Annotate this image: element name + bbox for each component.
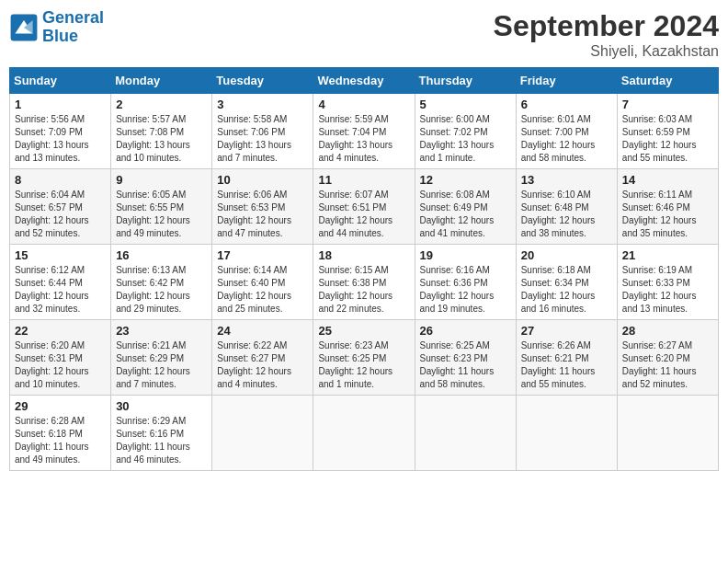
col-saturday: Saturday [617,68,718,94]
day-1: 1 Sunrise: 5:56 AMSunset: 7:09 PMDayligh… [10,94,111,169]
day-7: 7 Sunrise: 6:03 AMSunset: 6:59 PMDayligh… [617,94,718,169]
col-wednesday: Wednesday [313,68,415,94]
month-title: September 2024 [494,9,719,43]
empty-cell-2 [313,396,415,471]
location: Shiyeli, Kazakhstan [494,43,719,60]
day-14: 14 Sunrise: 6:11 AMSunset: 6:46 PMDaylig… [617,169,718,245]
day-22: 22 Sunrise: 6:20 AMSunset: 6:31 PMDaylig… [10,320,111,396]
day-2: 2 Sunrise: 5:57 AMSunset: 7:08 PMDayligh… [111,94,212,169]
day-13: 13 Sunrise: 6:10 AMSunset: 6:48 PMDaylig… [516,169,617,245]
day-3: 3 Sunrise: 5:58 AMSunset: 7:06 PMDayligh… [212,94,313,169]
day-21: 21 Sunrise: 6:19 AMSunset: 6:33 PMDaylig… [617,245,718,320]
day-12: 12 Sunrise: 6:08 AMSunset: 6:49 PMDaylig… [415,169,516,245]
day-26: 26 Sunrise: 6:25 AMSunset: 6:23 PMDaylig… [415,320,516,396]
logo-blue: Blue [42,27,78,45]
week-row-2: 8 Sunrise: 6:04 AMSunset: 6:57 PMDayligh… [10,169,719,245]
day-9: 9 Sunrise: 6:05 AMSunset: 6:55 PMDayligh… [111,169,212,245]
day-5: 5 Sunrise: 6:00 AMSunset: 7:02 PMDayligh… [415,94,516,169]
day-29: 29 Sunrise: 6:28 AMSunset: 6:18 PMDaylig… [10,396,111,471]
logo-icon [9,13,39,42]
day-6: 6 Sunrise: 6:01 AMSunset: 7:00 PMDayligh… [516,94,617,169]
calendar-header-row: Sunday Monday Tuesday Wednesday Thursday… [10,68,719,94]
day-15: 15 Sunrise: 6:12 AMSunset: 6:44 PMDaylig… [10,245,111,320]
week-row-4: 22 Sunrise: 6:20 AMSunset: 6:31 PMDaylig… [10,320,719,396]
page-header: General Blue September 2024 Shiyeli, Kaz… [9,9,719,60]
col-thursday: Thursday [415,68,516,94]
day-27: 27 Sunrise: 6:26 AMSunset: 6:21 PMDaylig… [516,320,617,396]
col-friday: Friday [516,68,617,94]
empty-cell-3 [415,396,516,471]
logo: General Blue [9,9,104,46]
day-25: 25 Sunrise: 6:23 AMSunset: 6:25 PMDaylig… [313,320,415,396]
day-30: 30 Sunrise: 6:29 AMSunset: 6:16 PMDaylig… [111,396,212,471]
title-block: September 2024 Shiyeli, Kazakhstan [494,9,719,60]
day-28: 28 Sunrise: 6:27 AMSunset: 6:20 PMDaylig… [617,320,718,396]
day-17: 17 Sunrise: 6:14 AMSunset: 6:40 PMDaylig… [212,245,313,320]
day-16: 16 Sunrise: 6:13 AMSunset: 6:42 PMDaylig… [111,245,212,320]
day-24: 24 Sunrise: 6:22 AMSunset: 6:27 PMDaylig… [212,320,313,396]
day-4: 4 Sunrise: 5:59 AMSunset: 7:04 PMDayligh… [313,94,415,169]
day-19: 19 Sunrise: 6:16 AMSunset: 6:36 PMDaylig… [415,245,516,320]
week-row-3: 15 Sunrise: 6:12 AMSunset: 6:44 PMDaylig… [10,245,719,320]
day-18: 18 Sunrise: 6:15 AMSunset: 6:38 PMDaylig… [313,245,415,320]
col-monday: Monday [111,68,212,94]
day-20: 20 Sunrise: 6:18 AMSunset: 6:34 PMDaylig… [516,245,617,320]
week-row-5: 29 Sunrise: 6:28 AMSunset: 6:18 PMDaylig… [10,396,719,471]
calendar: Sunday Monday Tuesday Wednesday Thursday… [9,67,719,471]
day-23: 23 Sunrise: 6:21 AMSunset: 6:29 PMDaylig… [111,320,212,396]
empty-cell-1 [212,396,313,471]
day-11: 11 Sunrise: 6:07 AMSunset: 6:51 PMDaylig… [313,169,415,245]
logo-text: General Blue [42,9,104,46]
col-tuesday: Tuesday [212,68,313,94]
day-10: 10 Sunrise: 6:06 AMSunset: 6:53 PMDaylig… [212,169,313,245]
empty-cell-4 [516,396,617,471]
logo-general: General [42,8,104,27]
week-row-1: 1 Sunrise: 5:56 AMSunset: 7:09 PMDayligh… [10,94,719,169]
empty-cell-5 [617,396,718,471]
col-sunday: Sunday [10,68,111,94]
day-8: 8 Sunrise: 6:04 AMSunset: 6:57 PMDayligh… [10,169,111,245]
